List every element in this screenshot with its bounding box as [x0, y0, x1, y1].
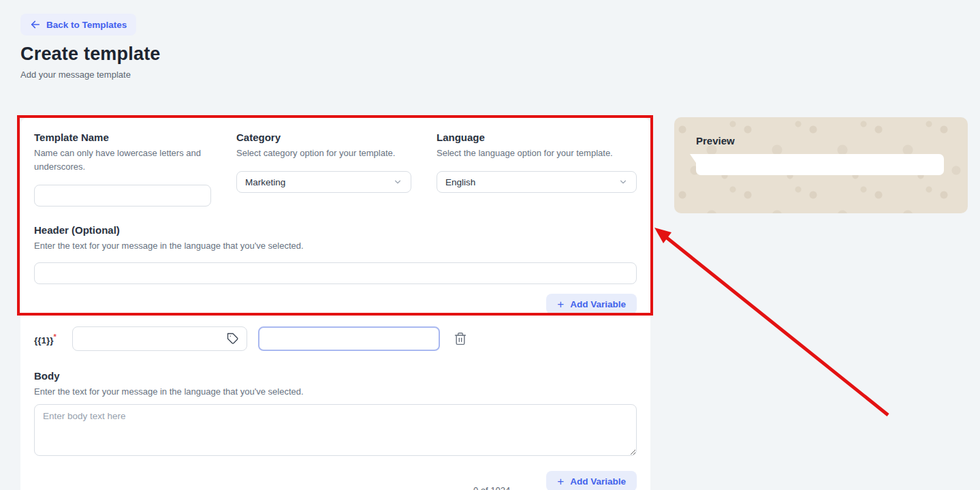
back-to-templates-button[interactable]: Back to Templates: [20, 14, 136, 35]
annotation-arrow-head: [654, 228, 671, 243]
language-select[interactable]: English: [437, 171, 637, 193]
template-name-input[interactable]: [34, 185, 211, 206]
arrow-left-icon: [30, 19, 41, 30]
variable-token: {{1}}*: [34, 333, 72, 346]
required-asterisk: *: [54, 333, 57, 341]
chevron-down-icon: [618, 177, 628, 187]
category-help: Select category option for your template…: [236, 147, 411, 160]
preview-panel: Preview: [674, 117, 968, 213]
body-help: Enter the text for your message in the l…: [34, 385, 637, 399]
top-fields-row: Template Name Name can only have lowerca…: [34, 132, 637, 206]
category-label: Category: [236, 132, 411, 144]
trash-icon: [454, 332, 467, 346]
header-add-variable-row: + Add Variable: [34, 294, 637, 314]
add-variable-label: Add Variable: [570, 476, 626, 487]
preview-title: Preview: [696, 135, 946, 147]
language-selected-value: English: [445, 177, 475, 187]
variable-name-input[interactable]: [72, 326, 247, 351]
language-help: Select the language option for your temp…: [437, 147, 637, 160]
bubble-tail: [690, 154, 696, 163]
body-add-variable-row: + Add Variable: [34, 471, 637, 490]
language-label: Language: [437, 132, 637, 144]
preview-message-bubble: [696, 154, 944, 175]
header-label: Header (Optional): [34, 224, 637, 236]
variable-name-input-wrap: [72, 326, 247, 351]
header-field: Header (Optional) Enter the text for you…: [34, 224, 637, 284]
page-title: Create template: [20, 44, 161, 65]
template-name-field: Template Name Name can only have lowerca…: [34, 132, 211, 206]
tag-icon: [227, 333, 239, 345]
back-button-label: Back to Templates: [46, 20, 127, 30]
category-select[interactable]: Marketing: [236, 171, 411, 193]
delete-variable-button[interactable]: [452, 331, 469, 347]
variable-row: {{1}}*: [34, 326, 637, 351]
variable-example-input[interactable]: [258, 326, 440, 351]
template-form-card: Template Name Name can only have lowerca…: [20, 118, 650, 490]
add-variable-label: Add Variable: [570, 299, 626, 309]
template-name-label: Template Name: [34, 132, 211, 144]
body-field: Body Enter the text for your message in …: [34, 370, 637, 459]
category-field: Category Select category option for your…: [236, 132, 411, 193]
language-field: Language Select the language option for …: [437, 132, 637, 193]
body-textarea[interactable]: [34, 404, 637, 456]
category-selected-value: Marketing: [245, 177, 285, 187]
header-help: Enter the text for your message in the l…: [34, 239, 637, 253]
annotation-arrow-shaft: [666, 237, 888, 415]
plus-icon: +: [557, 298, 564, 310]
chevron-down-icon: [393, 177, 402, 187]
body-character-counter: 0 of 1024: [473, 485, 510, 490]
header-add-variable-button[interactable]: + Add Variable: [546, 294, 637, 314]
page-subtitle: Add your message template: [20, 70, 131, 80]
body-add-variable-button[interactable]: + Add Variable: [546, 471, 637, 490]
body-label: Body: [34, 370, 637, 382]
template-name-help: Name can only have lowercase letters and…: [34, 147, 211, 174]
plus-icon: +: [557, 476, 564, 487]
header-text-input[interactable]: [34, 262, 637, 284]
